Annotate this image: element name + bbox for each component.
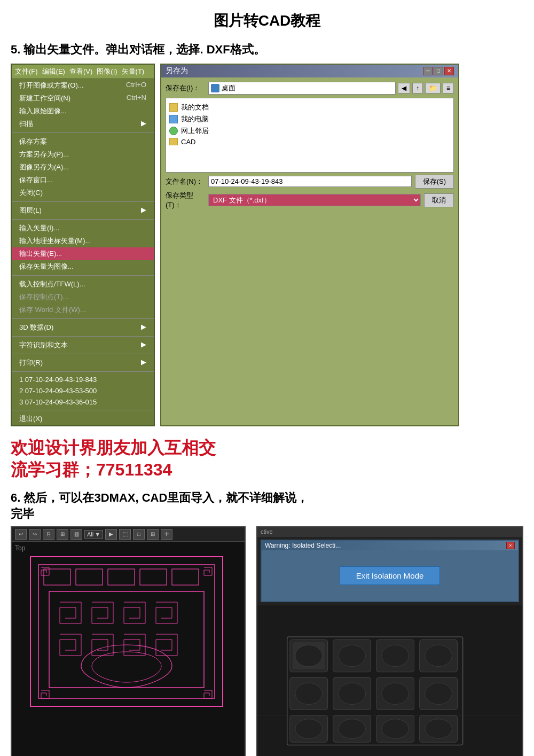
menu-bar-view[interactable]: 查看(V) [69, 67, 92, 76]
divider-7 [12, 354, 154, 354]
menu-3d-data[interactable]: 3D 数据(D) [12, 321, 154, 334]
warning-dialog: Warning: Isolated Selecti... × Exit Isol… [261, 540, 519, 602]
file-label-network: 网上邻居 [181, 126, 209, 136]
menu-close[interactable]: 关闭(C) [12, 186, 154, 199]
menu-bar-image[interactable]: 图像(I) [97, 67, 117, 76]
menu-print[interactable]: 打印(R) [12, 356, 154, 369]
menu-load-control[interactable]: 载入控制点/TFW(L)... [12, 278, 154, 291]
menu-save-window[interactable]: 保存窗口... [12, 174, 154, 186]
warning-close-btn[interactable]: × [506, 542, 515, 549]
menu-save-image-as[interactable]: 图像另存为(A)... [12, 161, 154, 174]
svg-point-34 [425, 719, 452, 738]
warning-titlebar: Warning: Isolated Selecti... × [262, 541, 518, 550]
menu-export-vector[interactable]: 输出矢量(E)... [12, 247, 154, 260]
back-btn[interactable]: ◀ [398, 83, 410, 93]
screenshots-row: ↩ ↪ ⎘ ⊞ ▥ All ▼ ▶ ⬚ □ ⊞ ✛ Top [11, 526, 523, 756]
menu-panel: 文件(F) 编辑(E) 查看(V) 图像(I) 矢量(T) 打开图像或方案(O)… [11, 64, 155, 426]
minimize-btn[interactable]: ─ [423, 67, 433, 75]
svg-point-30 [339, 719, 366, 738]
move-tool[interactable]: ✛ [161, 529, 172, 540]
file-item-mypc[interactable]: 我的电脑 [169, 113, 450, 125]
svg-point-16 [382, 645, 409, 666]
menu-save-control: 保存控制点(T)... [12, 291, 154, 303]
page-title: 图片转CAD教程 [0, 0, 534, 36]
divider-8 [12, 371, 154, 372]
max-viewport: ctive Warning: Isolated Selecti... × Exi… [256, 526, 523, 756]
copy-btn[interactable]: ⎘ [43, 529, 54, 540]
cad-viewport: ↩ ↪ ⎘ ⊞ ▥ All ▼ ▶ ⬚ □ ⊞ ✛ Top [11, 526, 246, 756]
redo-btn[interactable]: ↪ [29, 529, 41, 540]
menu-input-geo-vector[interactable]: 输入地理坐标矢量(M)... [12, 235, 154, 247]
select-dropdown[interactable]: All ▼ [84, 530, 103, 539]
menu-save-vector-image[interactable]: 保存矢量为图像... [12, 260, 154, 273]
grid-tool[interactable]: ⊞ [147, 529, 159, 540]
cad-drawing-svg [28, 554, 225, 709]
max-header: ctive [257, 527, 522, 536]
menu-ocr[interactable]: 字符识别和文本 [12, 339, 154, 352]
up-btn[interactable]: ↑ [412, 83, 423, 93]
menu-bar-vector[interactable]: 矢量(T) [122, 67, 145, 76]
svg-rect-5 [140, 569, 167, 585]
location-bar[interactable]: 桌面 [208, 82, 396, 95]
save-in-label: 保存在(I)： [166, 83, 208, 93]
save-button[interactable]: 保存(S) [415, 175, 454, 189]
filename-row: 文件名(N)： 保存(S) [166, 175, 454, 189]
menu-open[interactable]: 打开图像或方案(O)...Ctrl+O [12, 79, 154, 92]
menu-input-vector[interactable]: 输入矢量(I)... [12, 222, 154, 235]
menu-exit[interactable]: 退出(X) [12, 412, 154, 425]
svg-point-18 [425, 645, 452, 666]
menu-new[interactable]: 新建工作空间(N)Ctrl+N [12, 92, 154, 105]
max-3d-area [257, 605, 522, 756]
new-folder-btn[interactable]: 📁 [425, 83, 441, 93]
group-btn[interactable]: ▥ [70, 529, 82, 540]
location-icon [211, 84, 219, 92]
menu-recent-3[interactable]: 3 07-10-24-09-43-36-015 [12, 396, 154, 408]
svg-rect-4 [108, 569, 135, 585]
menu-scan[interactable]: 扫描 [12, 118, 154, 130]
net-icon [169, 127, 178, 135]
menu-recent-2[interactable]: 2 07-10-24-09-43-53-500 [12, 385, 154, 396]
location-value: 桌面 [222, 83, 235, 93]
area-select[interactable]: ⬚ [119, 529, 131, 540]
menu-layer[interactable]: 图层(L) [12, 204, 154, 217]
paste-btn[interactable]: ⊞ [57, 529, 68, 540]
menu-bar-edit[interactable]: 编辑(E) [42, 67, 65, 76]
rect-tool[interactable]: □ [133, 529, 145, 540]
save-in-row: 保存在(I)： 桌面 ◀ ↑ 📁 ≡ [166, 82, 454, 95]
svg-rect-2 [44, 569, 70, 585]
file-item-mydoc[interactable]: 我的文档 [169, 102, 450, 113]
divider-5 [12, 318, 154, 319]
filename-label: 文件名(N)： [166, 177, 208, 186]
view-btn[interactable]: ≡ [443, 83, 454, 93]
undo-btn[interactable]: ↩ [15, 529, 27, 540]
divider-4 [12, 275, 154, 276]
section6-heading: 6. 然后，可以在3DMAX, CAD里面导入，就不详细解说， 完毕 [0, 481, 534, 526]
menu-save-world: 保存 World 文件(W)... [12, 303, 154, 316]
filetype-row: 保存类型(T)： DXF 文件（*.dxf） 取消 [166, 191, 454, 210]
cancel-button[interactable]: 取消 [424, 193, 454, 207]
divider-9 [12, 410, 154, 410]
exit-isolation-btn[interactable]: Exit Isolation Mode [340, 566, 441, 585]
titlebar-buttons: ─ □ ✕ [423, 67, 454, 75]
menu-recent-1[interactable]: 1 07-10-24-09-43-19-843 [12, 374, 154, 385]
svg-point-26 [425, 683, 452, 704]
svg-point-12 [295, 645, 323, 666]
close-btn[interactable]: ✕ [444, 67, 454, 75]
maximize-btn[interactable]: □ [434, 67, 443, 75]
filetype-select[interactable]: DXF 文件（*.dxf） [208, 194, 421, 206]
filename-input[interactable] [208, 176, 412, 187]
menu-input-raw[interactable]: 输入原始图像... [12, 105, 154, 118]
menu-bar-file[interactable]: 文件(F) [15, 67, 38, 76]
warning-body: Exit Isolation Mode [262, 550, 518, 601]
menu-panel-wrapper: 文件(F) 编辑(E) 查看(V) 图像(I) 矢量(T) 打开图像或方案(O)… [11, 64, 155, 426]
file-label-cad: CAD [181, 138, 195, 146]
menu-save[interactable]: 保存方案 [12, 135, 154, 148]
svg-rect-0 [30, 557, 223, 706]
cad-toolbar: ↩ ↪ ⎘ ⊞ ▥ All ▼ ▶ ⬚ □ ⊞ ✛ [12, 527, 245, 542]
file-label-mypc: 我的电脑 [181, 114, 209, 124]
file-item-cad[interactable]: CAD [169, 137, 450, 147]
doc-icon [169, 103, 178, 112]
menu-save-as-p[interactable]: 方案另存为(P)... [12, 148, 154, 161]
file-item-network[interactable]: 网上邻居 [169, 125, 450, 137]
select-tool[interactable]: ▶ [105, 529, 117, 540]
